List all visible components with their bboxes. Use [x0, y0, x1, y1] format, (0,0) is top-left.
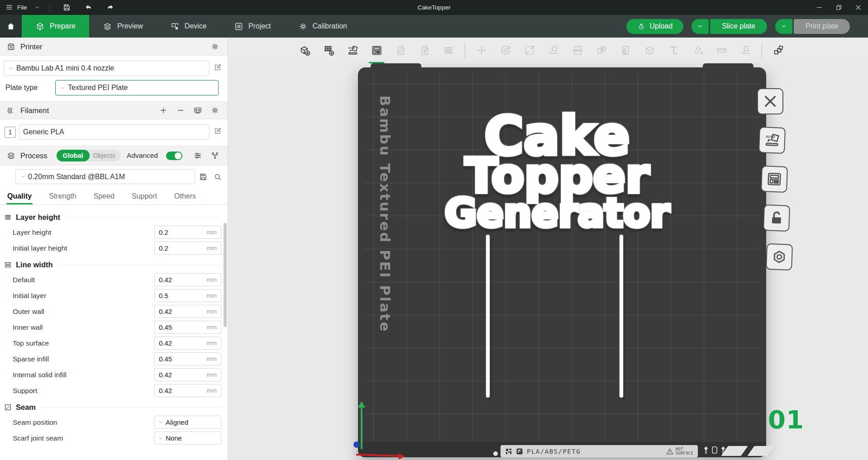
- minimize-button[interactable]: [810, 0, 829, 15]
- tab-support[interactable]: Support: [131, 189, 158, 204]
- plate-action-buttons: AUTO: [757, 88, 783, 270]
- place-on-face-icon: [548, 44, 560, 57]
- filament-section-header: Filament: [0, 101, 228, 119]
- setting-input-top-surface[interactable]: 0.42mm: [154, 337, 221, 350]
- setting-label: Default: [13, 276, 154, 284]
- setting-row: Outer wall0.42mm: [4, 304, 221, 319]
- save-preset-icon[interactable]: [197, 171, 210, 183]
- chevron-down-icon: [157, 435, 164, 441]
- add-plate-button[interactable]: [320, 38, 338, 63]
- setting-label: Outer wall: [13, 308, 154, 316]
- parameter-list-icon[interactable]: [191, 149, 204, 162]
- upload-button[interactable]: Upload: [626, 19, 683, 34]
- maximize-button[interactable]: [829, 0, 849, 15]
- home-icon: [6, 21, 16, 31]
- setting-input-outer-wall[interactable]: 0.42mm: [154, 305, 221, 318]
- file-menu-label: File: [17, 4, 27, 11]
- setting-input-support[interactable]: 0.42mm: [154, 384, 221, 397]
- topper-stick-left[interactable]: [486, 235, 490, 398]
- home-button[interactable]: [0, 15, 22, 38]
- file-menu-button[interactable]: File: [5, 3, 41, 12]
- setting-input-layer-height[interactable]: 0.2mm: [154, 226, 221, 239]
- process-preset-select[interactable]: 0.20mm Standard @BBL A1M: [15, 169, 195, 184]
- scope-global[interactable]: Global: [57, 150, 90, 161]
- setting-row: Seam positionAligned: [4, 414, 221, 430]
- move-button: [472, 38, 491, 63]
- setting-select-scarf-joint-seam[interactable]: None: [154, 432, 221, 445]
- edit-filament-icon[interactable]: [213, 127, 224, 138]
- tab-speed[interactable]: Speed: [93, 189, 115, 204]
- slice-dropdown-button[interactable]: [692, 19, 709, 34]
- add-plate-icon: [323, 44, 335, 57]
- plate-layout-button[interactable]: [761, 166, 788, 193]
- tab-project[interactable]: Project: [220, 15, 285, 38]
- tab-strength[interactable]: Strength: [48, 189, 77, 204]
- scope-objects[interactable]: Objects: [90, 152, 121, 159]
- viewport-toolbar: AUTOa: [229, 38, 868, 63]
- edit-printer-icon[interactable]: [213, 63, 224, 74]
- setting-row: Default0.42mm: [4, 272, 221, 288]
- section-title: Seam: [16, 403, 36, 412]
- setting-unit: mm: [207, 245, 217, 251]
- advanced-toggle[interactable]: [166, 152, 182, 160]
- assembly-view-button[interactable]: [769, 38, 787, 63]
- setting-select-seam-position[interactable]: Aligned: [154, 416, 221, 429]
- bambu-studio-app: File CakeTopper PreparePreviewDeviceProj…: [0, 0, 868, 460]
- plate-settings-button[interactable]: [766, 243, 793, 270]
- tab-calibration[interactable]: Calibration: [285, 15, 361, 38]
- setting-input-inner-wall[interactable]: 0.45mm: [154, 321, 221, 334]
- auto-orient-button[interactable]: AUTO: [343, 38, 362, 63]
- setting-input-initial-layer-height[interactable]: 0.2mm: [154, 242, 221, 255]
- hot-surface-label: HOT SURFACE: [676, 447, 693, 455]
- measure-button: [712, 38, 730, 63]
- tab-label: Device: [185, 22, 207, 30]
- section-title: Layer height: [16, 213, 60, 222]
- filament-settings-gear-icon[interactable]: [209, 104, 221, 117]
- tab-quality[interactable]: Quality: [6, 189, 33, 204]
- setting-input-default[interactable]: 0.42mm: [154, 273, 221, 286]
- add-filament-icon[interactable]: [157, 104, 170, 117]
- plate-type-select[interactable]: Textured PEI Plate: [55, 80, 219, 95]
- split-to-parts-button: [592, 38, 610, 63]
- setting-unit: mm: [207, 292, 217, 299]
- toolbar-separator: [465, 42, 465, 59]
- save-icon[interactable]: [59, 2, 75, 14]
- setting-row: Top surface0.42mm: [4, 335, 221, 351]
- sidebar-scrollbar[interactable]: [224, 223, 227, 327]
- tab-preview[interactable]: Preview: [89, 15, 157, 38]
- setting-input-sparse-infill[interactable]: 0.45mm: [154, 352, 221, 365]
- delete-plate-button[interactable]: [757, 88, 783, 114]
- redo-icon[interactable]: [103, 2, 118, 14]
- setting-label: Internal solid infill: [13, 371, 154, 379]
- object-tree-icon[interactable]: [209, 149, 221, 162]
- tab-device[interactable]: Device: [157, 15, 220, 38]
- setting-value: None: [166, 434, 182, 442]
- cake-topper-model[interactable]: CakeTopperGenerator: [444, 114, 669, 230]
- tab-others[interactable]: Others: [173, 189, 197, 204]
- slice-plate-button[interactable]: Slice plate: [710, 19, 767, 34]
- ams-icon[interactable]: [191, 104, 204, 117]
- rotate-button: [496, 38, 515, 63]
- auto-arrange-plate-button[interactable]: AUTO: [758, 127, 786, 154]
- emboss-icon: [739, 44, 752, 57]
- filament-preset-select[interactable]: Generic PLA: [19, 124, 210, 140]
- filament-icon: [6, 106, 16, 115]
- lock-plate-button[interactable]: [763, 204, 790, 232]
- search-icon[interactable]: [211, 171, 224, 183]
- arrange-all-button[interactable]: [367, 38, 386, 63]
- close-button[interactable]: [849, 0, 868, 15]
- remove-filament-icon[interactable]: [174, 104, 187, 117]
- viewport-3d[interactable]: AUTOa Bambu Textured PEI Plate CakeToppe…: [229, 38, 868, 460]
- setting-input-internal-solid-infill[interactable]: 0.42mm: [154, 368, 221, 381]
- linew-icon: [4, 261, 12, 269]
- setting-input-initial-layer[interactable]: 0.5mm: [154, 289, 221, 302]
- topper-stick-right[interactable]: [620, 235, 623, 398]
- printer-preset-select[interactable]: Bambu Lab A1 mini 0.4 nozzle: [4, 61, 210, 76]
- undo-icon[interactable]: [81, 2, 96, 14]
- add-object-button[interactable]: [296, 38, 314, 63]
- print-dropdown-button[interactable]: [775, 19, 792, 34]
- process-scope-toggle[interactable]: Global Objects: [57, 150, 121, 161]
- layers-list-button: [439, 38, 458, 63]
- printer-settings-gear-icon[interactable]: [209, 40, 221, 53]
- tab-prepare[interactable]: Prepare: [22, 15, 89, 38]
